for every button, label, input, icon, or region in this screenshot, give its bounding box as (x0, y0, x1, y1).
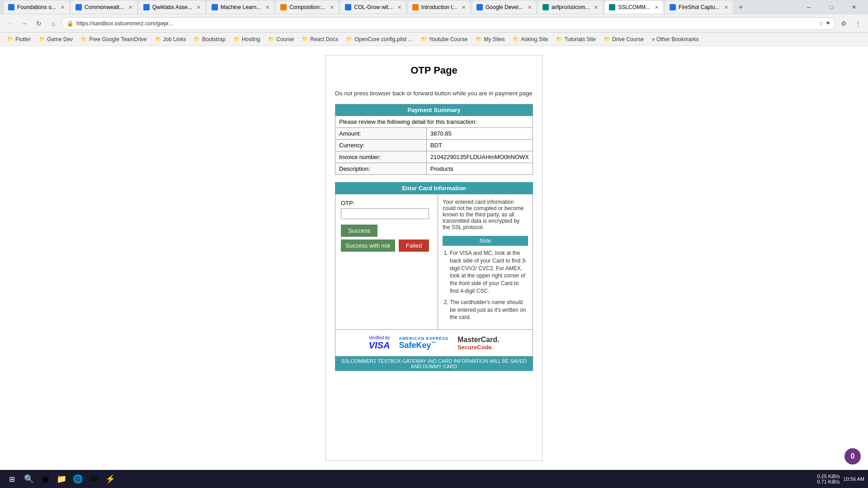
vscode-icon[interactable]: ⚡ (103, 472, 118, 486)
taskbar: ⊞ 🔍 ▣ 📁 🌐 ✉ ⚡ 0.25 KiB/s 0.71 KiB/s 10:5… (0, 470, 868, 488)
brands-area: Verified by VISA AMERICAN EXPRESS SafeKe… (335, 330, 533, 357)
bookmark-react-docs[interactable]: 📁React Docs (298, 35, 342, 43)
folder-icon: 📁 (81, 36, 87, 42)
search-taskbar-icon[interactable]: 🔍 (22, 472, 36, 486)
bookmark-youtube[interactable]: 📁Youtube Course (417, 35, 472, 43)
reload-button[interactable]: ↻ (33, 17, 45, 30)
mastercard-text: MasterCard. (458, 336, 499, 344)
edge-icon[interactable]: 🌐 (71, 472, 85, 486)
bookmark-my-sites[interactable]: 📁My Sites (472, 35, 508, 43)
bookmark-bootstrap[interactable]: 📁Bootstrap (190, 35, 229, 43)
tab-close[interactable]: ✕ (655, 5, 659, 10)
browser-chrome: Foundations o... ✕ Commonwealt... ✕ Qwik… (0, 0, 868, 46)
tab-close[interactable]: ✕ (128, 5, 132, 10)
success-with-risk-button[interactable]: Success with risk (341, 239, 395, 252)
extensions-button[interactable]: ⚙ (837, 17, 850, 30)
tab-col-grow[interactable]: COL-Grow wit... ✕ (340, 1, 406, 14)
tab-foundations[interactable]: Foundations o... ✕ (4, 1, 69, 14)
note-header: Note (443, 236, 528, 246)
visa-logo: Verified by VISA (369, 335, 390, 351)
tab-arifpro[interactable]: arifpro/sslcom... ✕ (538, 1, 603, 14)
tab-label: FireShot Captu... (679, 4, 720, 10)
new-tab-button[interactable]: + (735, 1, 747, 14)
address-bar[interactable]: 🔒 https://sandbox.sslcommerz.com/gwpr...… (61, 17, 835, 30)
tab-close[interactable]: ✕ (330, 5, 334, 10)
description-value: Products (426, 163, 533, 175)
payment-summary-header: Payment Summary (335, 104, 533, 116)
start-button[interactable]: ⊞ (4, 472, 20, 486)
mail-icon[interactable]: ✉ (87, 472, 101, 486)
tab-composition[interactable]: Composition:... ✕ (276, 1, 339, 14)
bookmark-icon[interactable]: ⚑ (826, 20, 830, 27)
tab-favicon (212, 4, 218, 10)
tab-close[interactable]: ✕ (397, 5, 401, 10)
bookmark-game-dev[interactable]: 📁Game Dev (35, 35, 76, 43)
note-section: Note For VISA and MC, look at the back s… (443, 236, 528, 321)
tab-commonwealth[interactable]: Commonwealt... ✕ (71, 1, 137, 14)
close-button[interactable]: ✕ (844, 0, 864, 14)
home-button[interactable]: ⌂ (47, 17, 60, 30)
tab-sslcomm-active[interactable]: SSLCOMM... ✕ (604, 1, 663, 14)
failed-button[interactable]: Failed (399, 239, 429, 252)
bookmarks-bar: 📁Flutter 📁Game Dev 📁Free Google TeamDriv… (0, 33, 868, 46)
back-button[interactable]: ← (4, 17, 16, 30)
tab-close[interactable]: ✕ (724, 5, 728, 10)
tab-label: SSLCOMM... (618, 4, 650, 10)
minimize-button[interactable]: ─ (798, 0, 819, 14)
tab-google-devel[interactable]: Google Devel... ✕ (472, 1, 536, 14)
menu-button[interactable]: ⋮ (852, 17, 864, 30)
amount-value: 3870.85 (426, 128, 533, 140)
nav-bar: ← → ↻ ⌂ 🔒 https://sandbox.sslcommerz.com… (0, 14, 868, 33)
success-button[interactable]: Success (341, 225, 377, 237)
bookmark-teamdrive[interactable]: 📁Free Google TeamDrive (77, 35, 150, 43)
page-content: OTP Page Do not press browser back or fo… (0, 46, 868, 470)
bookmark-tutorials[interactable]: 📁Tutorials Site (552, 35, 599, 43)
tab-favicon (8, 4, 14, 10)
tab-close[interactable]: ✕ (462, 5, 466, 10)
tab-favicon (542, 4, 549, 10)
tab-label: Composition:... (289, 4, 326, 10)
folder-icon: 📁 (39, 36, 45, 42)
tab-label: COL-Grow wit... (354, 4, 392, 10)
tab-close[interactable]: ✕ (265, 5, 269, 10)
tab-close[interactable]: ✕ (61, 5, 65, 10)
otp-input[interactable] (341, 208, 429, 219)
forward-button[interactable]: → (18, 17, 31, 30)
bookmark-drive-course[interactable]: 📁Drive Course (600, 35, 647, 43)
tab-introduction[interactable]: Introduction t... ✕ (408, 1, 470, 14)
visa-text: Verified by (369, 335, 390, 340)
taskbar-time: 10:56 AM (844, 476, 864, 482)
amex-logo: AMERICAN EXPRESS SafeKey™ (399, 336, 448, 350)
security-text: Your entered card information could not … (443, 199, 528, 230)
star-icon[interactable]: ☆ (819, 20, 824, 27)
tab-close[interactable]: ✕ (594, 5, 598, 10)
bookmark-hosting[interactable]: 📁Hosting (230, 35, 264, 43)
folder-icon: 📁 (421, 36, 427, 42)
network-stats: 0.25 KiB/s 0.71 KiB/s (817, 474, 840, 484)
currency-value: BDT (426, 140, 533, 151)
bookmark-other[interactable]: » Other Bookmarks (648, 35, 702, 43)
tab-favicon (345, 4, 351, 10)
table-row: Description: Products (335, 163, 533, 175)
payment-summary-table: Payment Summary Please review the follow… (335, 104, 533, 175)
task-view-icon[interactable]: ▣ (38, 472, 52, 486)
invoice-value: 21042290135FLDUAHmMO0hNOWX (426, 151, 533, 163)
bookmark-course[interactable]: 📁Course (264, 35, 297, 43)
gateway-bar: SSLCOMMERZ TESTBOX GATEWAY (NO CARD INFO… (335, 357, 533, 371)
bookmark-job-links[interactable]: 📁Job Links (151, 35, 190, 43)
otp-label: OTP: (341, 200, 432, 206)
tab-label: Foundations o... (17, 4, 56, 10)
window-controls: ─ □ ✕ (798, 0, 864, 14)
bookmark-flutter[interactable]: 📁Flutter (4, 35, 34, 43)
maximize-button[interactable]: □ (821, 0, 842, 14)
bookmark-asking-site[interactable]: 📁Asking Site (509, 35, 552, 43)
folder-icon: 📁 (234, 36, 240, 42)
tab-machine-learn[interactable]: Machine Learn... ✕ (207, 1, 274, 14)
tab-qwiklabs[interactable]: Qwiklabs Asse... ✕ (139, 1, 205, 14)
tab-fireshot[interactable]: FireShot Captu... ✕ (665, 1, 733, 14)
tab-close[interactable]: ✕ (528, 5, 532, 10)
tab-close[interactable]: ✕ (197, 5, 201, 10)
bookmark-opencore[interactable]: 📁OpenCore config.plist ... (343, 35, 416, 43)
visa-brand: VISA (369, 340, 390, 351)
file-explorer-icon[interactable]: 📁 (54, 472, 69, 486)
